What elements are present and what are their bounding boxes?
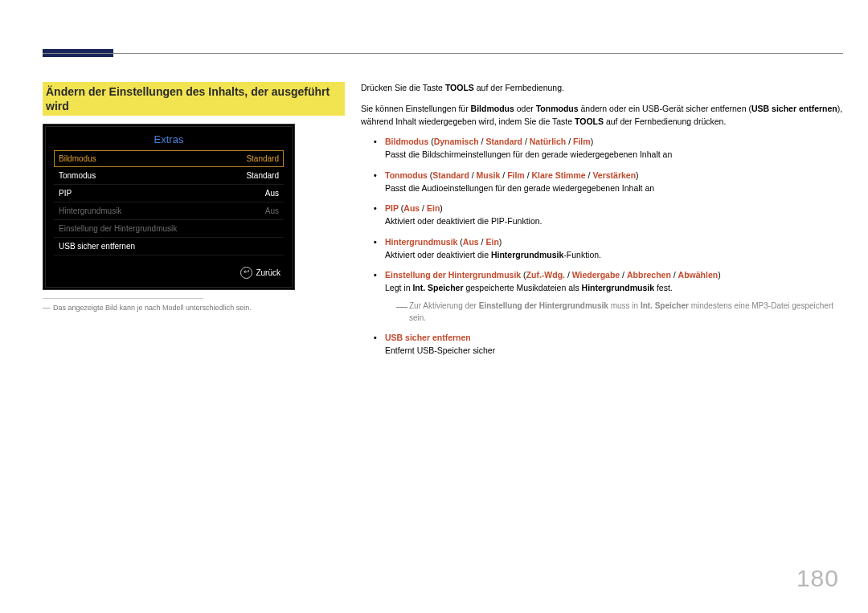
tv-row-label: Hintergrundmusik [59,206,121,215]
footnote-text: Das angezeigte Bild kann je nach Modell … [53,304,252,312]
tv-row-value: Standard [246,154,279,163]
t: Klare Stimme [531,170,585,180]
tv-row-value: Aus [265,189,279,198]
t: Aus [403,203,420,213]
t: Int. Speicher [641,301,689,310]
feature-tonmodus: • Tonmodus (Standard / Musik / Film / Kl… [361,170,843,195]
t: Zuf.-Wdg. [526,270,565,280]
t: Dynamisch [434,137,479,146]
t: / [565,270,572,280]
text: Drücken Sie die Taste [361,83,445,92]
tv-osd-panel: Extras Bildmodus Standard Tonmodus Stand… [43,124,295,290]
tv-row-usb-entfernen: USB sicher entfernen [54,238,284,255]
feature-usb-entfernen: • USB sicher entfernen Entfernt USB-Spei… [361,332,843,358]
t: Film [507,170,525,180]
text: auf der Fernbedienung drücken. [604,116,726,126]
tv-row-label: USB sicher entfernen [59,242,135,251]
t: Aktiviert oder deaktiviert die [385,250,491,260]
t: / [566,137,573,146]
t: Hintergrundmusik [491,250,563,260]
tv-row-label: Tonmodus [59,171,96,180]
t: / [671,270,678,280]
bullet-icon: • [374,269,377,282]
tv-row-hintergrundmusik: Hintergrundmusik Aus [54,202,284,220]
t: Standard [432,170,469,180]
t: Abbrechen [627,270,671,280]
tv-row-label: Bildmodus [59,154,96,163]
image-footnote: ―Das angezeigte Bild kann je nach Modell… [43,304,345,312]
t: Film [573,137,591,146]
right-column: Drücken Sie die Taste TOOLS auf der Fern… [361,82,843,365]
t: Bildmodus [385,137,428,146]
section-heading: Ändern der Einstellungen des Inhalts, de… [43,82,345,116]
t: ) [718,270,721,280]
tv-osd-inner: Extras Bildmodus Standard Tonmodus Stand… [45,126,293,288]
desc: Aktiviert oder deaktiviert die PIP-Funkt… [385,216,542,226]
intro-paragraph-2: Sie können Einstellungen für Bildmodus o… [361,103,843,129]
text: ändern oder ein USB-Gerät sicher entfern… [579,104,751,113]
tv-row-label: PIP [59,189,72,198]
t: Verstärken [592,170,636,180]
tv-footer-label: Zurück [256,268,280,277]
feature-bildmodus: • Bildmodus (Dynamisch / Standard / Natü… [361,136,843,161]
t: Natürlich [530,137,567,146]
t: Int. Speicher [412,283,463,292]
t: Wiedergabe [572,270,620,280]
t: / [500,170,507,180]
text: Tonmodus [536,104,579,113]
left-column: Ändern der Einstellungen des Inhalts, de… [43,82,345,365]
desc: Entfernt USB-Speicher sicher [385,345,495,355]
dash-icon: ― [396,298,407,315]
text: TOOLS [575,116,604,126]
desc: Passt die Audioeinstellungen für den ger… [385,183,654,193]
tools-label: TOOLS [445,83,474,92]
t: Legt in [385,283,412,292]
t: Musik [477,170,501,180]
t: / [522,137,530,146]
bullet-icon: • [374,332,377,345]
t: PIP [385,203,399,213]
t: Abwählen [678,270,719,280]
text: USB sicher entfernen [751,104,837,113]
intro-paragraph-1: Drücken Sie die Taste TOOLS auf der Fern… [361,82,843,95]
tv-row-tonmodus: Tonmodus Standard [54,167,284,185]
feature-list: • Bildmodus (Dynamisch / Standard / Natü… [361,136,843,357]
t: Hintergrundmusik [385,237,457,247]
tv-row-einstellung-hm: Einstellung der Hintergrundmusik [54,220,284,238]
feature-hintergrundmusik: • Hintergrundmusik (Aus / Ein) Aktiviert… [361,236,843,262]
text: Sie können Einstellungen für [361,104,471,113]
return-icon: ↩ [240,267,252,279]
t: fest. [654,283,673,292]
tv-row-label: Einstellung der Hintergrundmusik [59,224,177,233]
text: auf der Fernbedienung. [474,83,564,92]
t: Tonmodus [385,170,428,180]
text: Bildmodus [471,104,514,113]
bullet-icon: • [374,236,377,249]
tv-osd-footer: ↩ Zurück [54,255,284,282]
feature-pip: • PIP (Aus / Ein) Aktiviert oder deaktiv… [361,202,843,228]
t: Aus [463,237,479,247]
feature-einstellung-hm: • Einstellung der Hintergrundmusik (Zuf.… [361,269,843,324]
t: Ein [427,203,440,213]
bullet-icon: • [374,202,377,215]
t: muss in [608,301,641,310]
t: Standard [485,137,522,146]
t: Hintergrundmusik [582,283,654,292]
t: Einstellung der Hintergrundmusik [479,301,608,310]
t: / [420,203,427,213]
horizontal-rule [43,53,843,54]
bullet-icon: • [374,170,377,182]
tv-row-bildmodus: Bildmodus Standard [54,150,284,167]
t: Zur Aktivierung der [409,301,479,310]
t: -Funktion. [563,250,601,260]
text: oder [514,104,536,113]
content-columns: Ändern der Einstellungen des Inhalts, de… [43,82,843,365]
desc: Passt die Bildschirmeinstellungen für de… [385,149,672,159]
t: Ein [485,237,498,247]
t: ) [591,137,594,146]
page-number: 180 [796,565,839,592]
tv-osd-title: Extras [54,133,284,145]
t: ) [636,170,639,180]
bullet-icon: • [374,136,377,149]
tv-row-value: Aus [265,206,279,215]
